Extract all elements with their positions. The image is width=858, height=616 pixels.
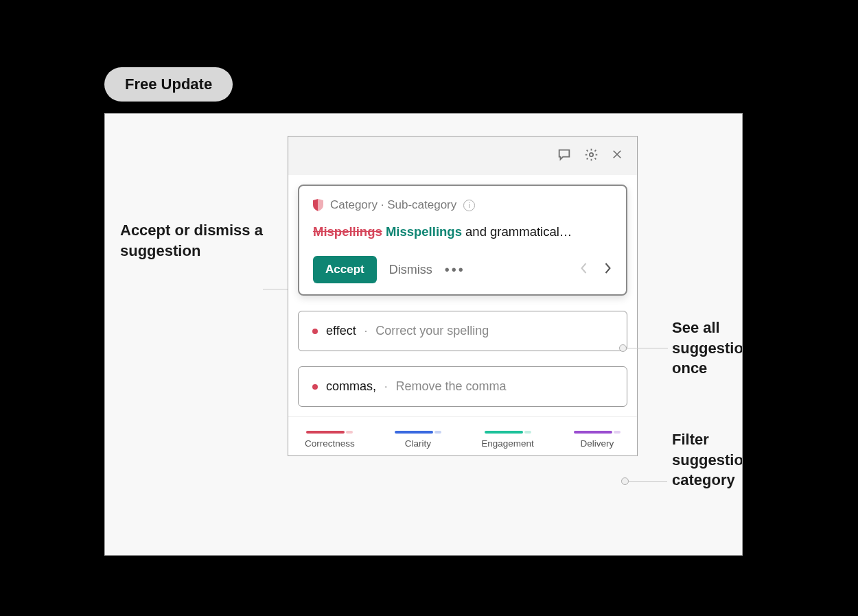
callout-filter: Filter suggestions by category xyxy=(672,429,743,490)
chevron-right-icon[interactable] xyxy=(603,261,612,278)
chevron-left-icon[interactable] xyxy=(579,261,588,278)
callout-accept-dismiss: Accept or dismiss a suggestion xyxy=(120,220,264,261)
status-dot xyxy=(312,329,318,334)
separator: · xyxy=(364,325,367,337)
suggestion-card-collapsed[interactable]: effect · Correct your spelling xyxy=(298,311,627,351)
filter-label: Clarity xyxy=(405,438,431,449)
panel-body: Category · Sub-category i Mispellings Mi… xyxy=(288,175,637,416)
filter-label: Correctness xyxy=(305,438,355,449)
correct-word: Misspellings xyxy=(386,224,462,239)
dismiss-button[interactable]: Dismiss xyxy=(389,263,432,277)
filter-label: Delivery xyxy=(581,438,614,449)
suggestion-card-collapsed[interactable]: commas, · Remove the comma xyxy=(298,366,627,407)
suggestion-diff-text: Mispellings Misspellings and grammatical… xyxy=(313,224,612,239)
connector-line xyxy=(627,348,668,348)
filter-bar-line xyxy=(485,431,523,434)
filter-bar-line xyxy=(574,431,612,434)
connector-line xyxy=(629,481,667,482)
suggestion-word: effect xyxy=(326,324,356,338)
more-button[interactable]: ••• xyxy=(445,262,465,278)
filter-engagement[interactable]: Engagement xyxy=(481,431,534,449)
suggestion-hint: Correct your spelling xyxy=(375,324,489,338)
filter-bar-tail xyxy=(434,431,441,434)
filter-bar-line xyxy=(306,431,345,434)
connector-dot xyxy=(621,477,629,485)
preview-canvas: Accept or dismiss a suggestion Category … xyxy=(104,113,743,556)
suggestion-hint: Remove the comma xyxy=(395,379,506,394)
filter-delivery[interactable]: Delivery xyxy=(574,431,621,449)
panel-toolbar xyxy=(288,137,637,175)
diff-tail: and grammatical… xyxy=(462,224,572,239)
suggestion-word: commas, xyxy=(326,379,376,394)
close-icon[interactable] xyxy=(611,148,623,163)
strike-word: Mispellings xyxy=(313,224,382,239)
filter-bar-tail xyxy=(524,431,531,434)
category-label: Category · Sub-category xyxy=(330,198,456,212)
status-dot xyxy=(312,384,318,390)
feedback-icon[interactable] xyxy=(557,147,572,165)
filter-bar-tail xyxy=(614,431,621,434)
shield-icon xyxy=(313,199,323,211)
filter-label: Engagement xyxy=(481,438,534,449)
info-icon[interactable]: i xyxy=(463,200,475,211)
filter-bar-line xyxy=(395,431,433,434)
gear-icon[interactable] xyxy=(584,147,599,165)
separator: · xyxy=(384,381,387,393)
free-update-badge: Free Update xyxy=(104,67,233,102)
filter-bar: Correctness Clarity Engagement Delivery xyxy=(288,416,637,455)
filter-correctness[interactable]: Correctness xyxy=(305,431,355,449)
svg-point-0 xyxy=(590,152,593,156)
suggestion-card-expanded[interactable]: Category · Sub-category i Mispellings Mi… xyxy=(298,185,627,296)
filter-bar-tail xyxy=(346,431,353,434)
filter-clarity[interactable]: Clarity xyxy=(395,431,441,449)
connector-dot xyxy=(619,344,627,352)
suggestions-panel: Category · Sub-category i Mispellings Mi… xyxy=(288,136,638,456)
callout-see-all: See all suggestions at once xyxy=(672,318,743,379)
accept-button[interactable]: Accept xyxy=(313,256,377,283)
